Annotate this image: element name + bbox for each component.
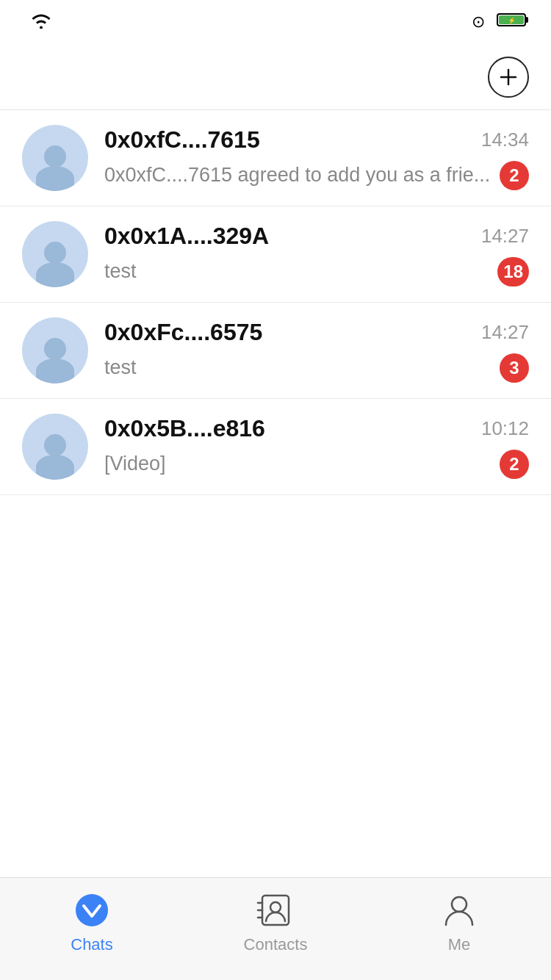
status-left	[22, 11, 51, 34]
chat-name: 0x0x1A....329A	[104, 223, 269, 250]
chat-top-row: 0x0x5B....e816 10:12	[104, 415, 529, 442]
avatar-head	[44, 242, 66, 264]
chat-bottom-row: 0x0xfC....7615 agreed to add you as a fr…	[104, 161, 529, 190]
svg-point-8	[270, 902, 281, 912]
add-chat-button[interactable]	[488, 57, 529, 98]
chat-top-row: 0x0xFc....6575 14:27	[104, 319, 529, 346]
status-right: ⊙ ⚡	[472, 12, 529, 32]
chat-info: 0x0xFc....6575 14:27 test 3	[104, 319, 529, 383]
unread-badge: 2	[500, 450, 529, 479]
chat-top-row: 0x0x1A....329A 14:27	[104, 223, 529, 250]
svg-text:⚡: ⚡	[508, 16, 516, 25]
header	[0, 44, 551, 110]
svg-point-12	[452, 897, 467, 912]
chat-bottom-row: test 18	[104, 257, 529, 287]
tab-me[interactable]: Me	[367, 890, 551, 954]
chat-time: 14:27	[481, 225, 529, 248]
chat-bottom-row: [Video] 2	[104, 450, 529, 479]
chats-tab-label: Chats	[71, 935, 112, 954]
avatar	[22, 414, 88, 480]
chat-item[interactable]: 0x0xFc....6575 14:27 test 3	[0, 303, 551, 399]
avatar-figure	[32, 242, 78, 287]
avatar-head	[44, 145, 66, 167]
me-tab-label: Me	[448, 935, 471, 954]
chat-preview: 0x0xfC....7615 agreed to add you as a fr…	[104, 164, 492, 187]
contacts-tab-icon	[255, 890, 296, 931]
chat-item[interactable]: 0x0x5B....e816 10:12 [Video] 2	[0, 399, 551, 495]
chat-time: 10:12	[481, 417, 529, 440]
avatar-body	[36, 166, 74, 191]
tab-chats[interactable]: Chats	[0, 890, 184, 954]
chat-info: 0x0x1A....329A 14:27 test 18	[104, 223, 529, 287]
chat-name: 0x0xFc....6575	[104, 319, 262, 346]
chat-info: 0x0xfC....7615 14:34 0x0xfC....7615 agre…	[104, 126, 529, 190]
tab-bar: Chats Contacts Me	[0, 877, 551, 980]
battery-icon: ⚡	[497, 12, 529, 32]
status-bar: ⊙ ⚡	[0, 0, 551, 44]
chats-tab-icon	[71, 890, 112, 931]
chat-info: 0x0x5B....e816 10:12 [Video] 2	[104, 415, 529, 479]
avatar-figure	[32, 434, 78, 480]
svg-point-6	[76, 894, 108, 926]
chat-preview: test	[104, 260, 490, 283]
avatar	[22, 221, 88, 287]
avatar-body	[36, 359, 74, 383]
avatar-head	[44, 434, 66, 456]
wifi-icon	[31, 11, 51, 34]
chat-list: 0x0xfC....7615 14:34 0x0xfC....7615 agre…	[0, 110, 551, 495]
svg-rect-1	[525, 17, 528, 23]
chat-preview: [Video]	[104, 453, 492, 475]
unread-badge: 18	[497, 257, 529, 287]
chat-time: 14:34	[481, 129, 529, 151]
unread-badge: 2	[500, 161, 529, 190]
chat-time: 14:27	[481, 321, 529, 344]
chat-name: 0x0xfC....7615	[104, 126, 260, 154]
contacts-tab-label: Contacts	[244, 935, 308, 954]
tab-contacts[interactable]: Contacts	[184, 890, 367, 954]
chat-preview: test	[104, 356, 492, 379]
unread-badge: 3	[500, 353, 529, 383]
avatar-figure	[32, 338, 78, 383]
avatar-head	[44, 338, 66, 360]
chat-name: 0x0x5B....e816	[104, 415, 265, 442]
avatar-body	[36, 262, 74, 287]
avatar	[22, 125, 88, 191]
chat-item[interactable]: 0x0x1A....329A 14:27 test 18	[0, 206, 551, 303]
chat-top-row: 0x0xfC....7615 14:34	[104, 126, 529, 154]
avatar	[22, 317, 88, 383]
location-icon: ⊙	[472, 12, 485, 32]
chat-item[interactable]: 0x0xfC....7615 14:34 0x0xfC....7615 agre…	[0, 110, 551, 206]
avatar-body	[36, 455, 74, 480]
avatar-figure	[32, 145, 78, 191]
chat-bottom-row: test 3	[104, 353, 529, 383]
me-tab-icon	[439, 890, 480, 931]
